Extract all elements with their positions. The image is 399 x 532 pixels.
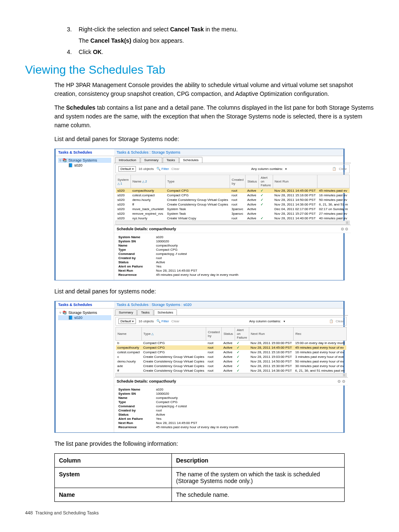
table-row: NameThe schedule name. bbox=[55, 488, 345, 502]
sort-icon: △ 1 bbox=[118, 182, 122, 185]
detail-value: compacthourly bbox=[156, 244, 347, 247]
nav-panel-title: Tasks & Schedules bbox=[56, 149, 114, 156]
detail-value: 45 minutes past every hour of every day … bbox=[156, 425, 344, 429]
filter-link[interactable]: 🔍 Filter bbox=[156, 167, 169, 171]
table-cell: 45 minutes past ev bbox=[317, 188, 350, 193]
column-header[interactable]: Next Run bbox=[249, 327, 294, 341]
detail-label: Name bbox=[118, 244, 156, 247]
horizontal-scrollbar[interactable] bbox=[115, 221, 350, 225]
table-row[interactable]: adeCreate Consistency Group Virtual Copi… bbox=[116, 364, 347, 368]
column-header[interactable]: Type △ bbox=[141, 327, 206, 341]
table-row[interactable]: cCreate Consistency Group Virtual Copies… bbox=[116, 355, 347, 359]
column-header[interactable] bbox=[317, 175, 350, 188]
node-icon: 📚 bbox=[62, 311, 67, 315]
table-cell: c bbox=[116, 355, 142, 359]
table-cell: 02:17 on Sunday in bbox=[317, 207, 350, 211]
export-icon[interactable]: 📋 bbox=[329, 319, 333, 323]
table-row[interactable]: bCompact CPGrootActive✓Nov 28, 2011 15:0… bbox=[116, 341, 347, 346]
column-header[interactable]: Alert on Failure bbox=[235, 327, 249, 341]
step-text-after: . bbox=[102, 49, 103, 55]
table-row[interactable]: ffCreate Consistency Group Virtual Copie… bbox=[116, 368, 347, 373]
detail-value: s020 bbox=[156, 388, 344, 391]
table-row[interactable]: s020ffCreate Consistency Group Virtual C… bbox=[116, 202, 350, 207]
step-sub-before: The bbox=[79, 37, 90, 44]
tab-tasks[interactable]: Tasks bbox=[137, 309, 153, 315]
detail-row: System Names020 bbox=[118, 387, 344, 391]
table-cell: Nov 28, 2011 14:50:00 PST bbox=[273, 198, 317, 202]
clear-link-2[interactable]: Clear bbox=[336, 319, 344, 323]
tab-summary[interactable]: Summary bbox=[141, 157, 162, 163]
table-row[interactable]: s020cotest.compactCompact CPGrootActive✓… bbox=[116, 193, 350, 198]
column-header[interactable]: Rec bbox=[294, 327, 346, 341]
table-row[interactable]: s020demo.hourlyCreate Consistency Group … bbox=[116, 198, 350, 202]
desc-col-name: Name bbox=[55, 488, 172, 502]
detail-label: Command bbox=[118, 404, 156, 408]
step-number: 3. bbox=[67, 25, 79, 45]
detail-icons[interactable]: ⊙ ⊙ bbox=[338, 379, 345, 383]
tab-schedules[interactable]: Schedules bbox=[179, 157, 202, 163]
column-header[interactable]: Name bbox=[116, 327, 142, 341]
column-header[interactable]: Alert on Failure bbox=[259, 175, 273, 188]
nav-tree-item[interactable]: 📘 s020 bbox=[58, 315, 111, 320]
step-bold: Cancel Task bbox=[170, 26, 204, 33]
view-dropdown[interactable]: Default▾ bbox=[118, 319, 136, 324]
column-header[interactable]: Type bbox=[165, 175, 230, 188]
view-dropdown[interactable]: Default▾ bbox=[118, 166, 136, 172]
tab-introduction[interactable]: Introduction bbox=[115, 157, 140, 163]
tab-bar: IntroductionSummaryTasksSchedules bbox=[114, 156, 351, 163]
table-cell: ✓ bbox=[235, 359, 249, 364]
table-row[interactable]: s020compacthourlyCompact CPGrootActive✓N… bbox=[116, 188, 350, 193]
column-header[interactable]: Status bbox=[246, 175, 259, 188]
filter-link[interactable]: 🔍 Filter bbox=[156, 319, 169, 323]
clear-link[interactable]: Clear bbox=[171, 319, 179, 323]
table-cell: Nov 28, 2011 14:50:00 PST bbox=[249, 359, 294, 364]
detail-value: 45 minutes past every hour of every day … bbox=[156, 273, 347, 277]
clear-link[interactable]: Clear bbox=[171, 167, 179, 171]
detail-value: compacthourly bbox=[156, 396, 344, 400]
tab-summary[interactable]: Summary bbox=[115, 309, 137, 315]
table-cell: Nov 28, 2011 15:03:00 PST bbox=[249, 355, 294, 359]
detail-row: TypeCompact CPG bbox=[118, 247, 347, 252]
table-cell: s020 bbox=[116, 193, 131, 198]
table-cell: Create Consistency Group Virtual Copies bbox=[141, 368, 206, 373]
table-cell: root bbox=[230, 188, 245, 193]
table-row[interactable]: s020xyz.hourlyCreate Virtual CopyrootAct… bbox=[116, 216, 350, 221]
column-header[interactable]: Next Run bbox=[273, 175, 317, 188]
column-header[interactable]: System △ 1 bbox=[116, 175, 131, 188]
table-row[interactable]: compacthourlyCompact CPGrootActive✓Nov 2… bbox=[116, 345, 347, 350]
sort-icon: △ 2 bbox=[142, 180, 147, 183]
column-header[interactable]: Created by bbox=[206, 327, 221, 341]
column-header[interactable]: Status bbox=[222, 327, 235, 341]
table-row[interactable]: s020remove_expired_vvsSystem Task3parsvc… bbox=[116, 211, 350, 216]
detail-label: System Name bbox=[118, 235, 156, 239]
table-cell: Nov 28, 2011 15:16:00 PST bbox=[249, 350, 294, 355]
table-cell: Create Consistency Group Virtual Copies bbox=[141, 364, 206, 368]
step-text: Right-click the selection and select bbox=[79, 26, 170, 33]
nav-tree-item[interactable]: 📘 s020 bbox=[58, 163, 111, 168]
horizontal-scrollbar[interactable] bbox=[115, 373, 347, 377]
table-cell: Active bbox=[222, 368, 235, 373]
table-cell: ✓ bbox=[259, 188, 273, 193]
column-header[interactable]: Name △ 2 bbox=[130, 175, 165, 188]
detail-label: Type bbox=[118, 248, 156, 252]
table-cell: Compact CPG bbox=[141, 341, 206, 346]
nav-tree-item[interactable]: ▿📚 Storage Systems bbox=[58, 158, 111, 163]
step-sub-after: dialog box appears. bbox=[131, 37, 184, 44]
table-row[interactable]: s020move_back_chunkletSystem Task3parsvc… bbox=[116, 207, 350, 211]
table-cell: 15:00 on every day in every mont bbox=[294, 341, 346, 346]
detail-label: Alert on Failure bbox=[118, 265, 156, 268]
column-header[interactable]: Created by bbox=[230, 175, 245, 188]
nav-tree-item[interactable]: ▿📚 Storage Systems bbox=[58, 310, 111, 315]
tab-schedules[interactable]: Schedules bbox=[154, 309, 177, 315]
table-row[interactable]: demo.hourlyCreate Consistency Group Virt… bbox=[116, 359, 347, 364]
detail-label: System SN bbox=[118, 392, 156, 396]
table-row[interactable]: cotest.compactCompact CPGrootActive✓Nov … bbox=[116, 350, 347, 355]
export-icon[interactable]: 📋 bbox=[332, 167, 336, 171]
detail-icons[interactable]: ⊙ ⊙ bbox=[341, 227, 349, 231]
table-cell: Active bbox=[222, 355, 235, 359]
nav-label: Storage Systems bbox=[69, 311, 97, 315]
clear-link-2[interactable]: Clear bbox=[339, 167, 347, 171]
breadcrumb: Tasks & Schedules : Storage Systems bbox=[114, 149, 343, 156]
tab-tasks[interactable]: Tasks bbox=[163, 157, 179, 163]
schedule-list-table: System △ 1Name △ 2TypeCreated byStatusAl… bbox=[115, 175, 350, 221]
